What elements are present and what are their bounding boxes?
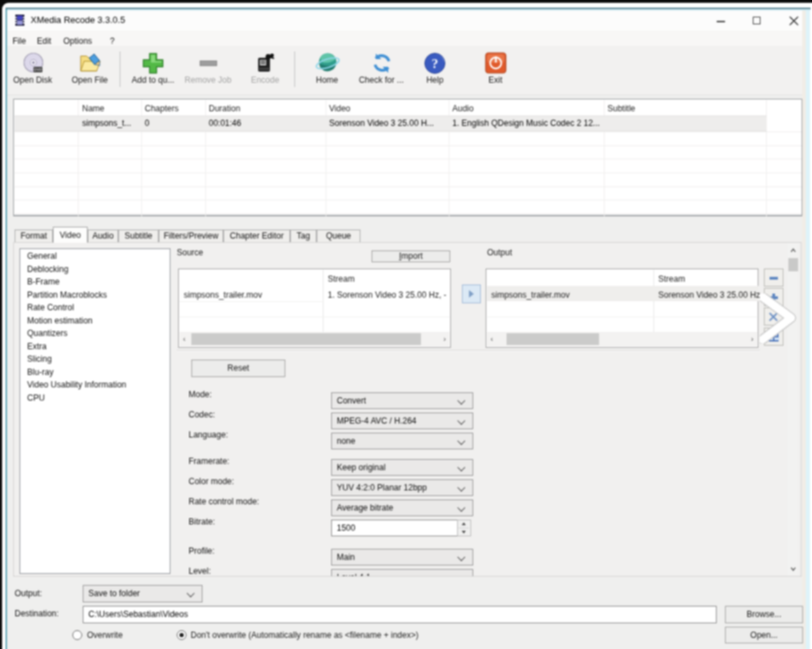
svg-text:DVD: DVD: [34, 67, 42, 72]
svg-text:?: ?: [431, 56, 438, 71]
